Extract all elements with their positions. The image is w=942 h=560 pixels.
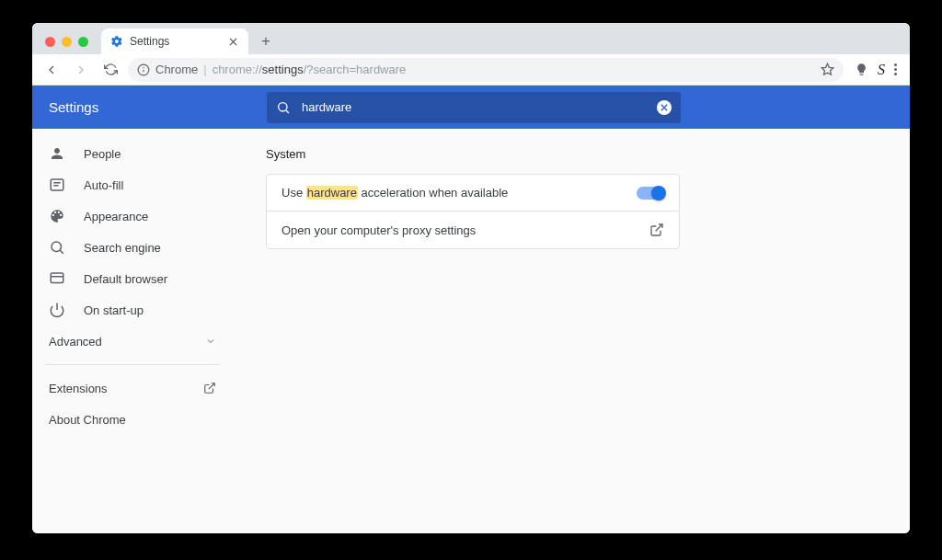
search-icon: [49, 239, 65, 256]
window-controls: [41, 37, 96, 54]
sidebar-advanced-label: Advanced: [49, 335, 102, 349]
hardware-acceleration-toggle[interactable]: [637, 187, 664, 200]
sidebar-divider: [45, 364, 220, 365]
chevron-down-icon: [205, 336, 216, 347]
sidebar-item-appearance[interactable]: Appearance: [45, 200, 220, 232]
svg-point-4: [279, 102, 287, 110]
svg-rect-11: [51, 273, 63, 283]
sidebar-item-on-startup[interactable]: On start-up: [45, 294, 220, 326]
sidebar-item-label: Auto-fill: [84, 178, 123, 192]
url-text: chrome://settings/?search=hardware: [213, 63, 407, 76]
new-tab-button[interactable]: +: [254, 29, 278, 53]
browser-tab[interactable]: Settings: [101, 29, 248, 54]
search-icon: [276, 100, 291, 115]
tab-bar: Settings +: [32, 23, 910, 54]
browser-menu-button[interactable]: [894, 63, 897, 75]
power-icon: [49, 302, 65, 318]
extension-icon[interactable]: [855, 63, 868, 76]
settings-search-box[interactable]: [267, 92, 681, 123]
proxy-settings-row[interactable]: Open your computer's proxy settings: [267, 211, 679, 248]
reload-button[interactable]: [98, 58, 122, 82]
sidebar-item-autofill[interactable]: Auto-fill: [45, 169, 220, 200]
toolbar-right: S: [849, 62, 902, 78]
person-icon: [49, 145, 65, 162]
page-title: Settings: [49, 99, 267, 115]
sidebar-item-label: On start-up: [84, 303, 144, 317]
sidebar-item-search-engine[interactable]: Search engine: [45, 232, 220, 263]
sidebar-item-label: People: [84, 147, 121, 161]
forward-button[interactable]: [69, 58, 93, 82]
svg-line-10: [60, 250, 63, 253]
settings-sidebar: People Auto-fill Appearance Search engin…: [32, 129, 233, 533]
sidebar-about-label: About Chrome: [49, 413, 126, 427]
sidebar-item-people[interactable]: People: [45, 138, 220, 169]
tab-title: Settings: [130, 35, 169, 48]
proxy-settings-label: Open your computer's proxy settings: [281, 223, 476, 237]
palette-icon: [49, 208, 65, 224]
section-title: System: [266, 147, 910, 161]
settings-main: System Use hardware acceleration when av…: [233, 129, 910, 533]
minimize-window-button[interactable]: [62, 37, 72, 47]
sidebar-item-about[interactable]: About Chrome: [45, 404, 220, 435]
sidebar-item-label: Default browser: [84, 272, 167, 286]
sidebar-item-label: Appearance: [84, 210, 148, 223]
site-info-icon[interactable]: [137, 63, 150, 76]
external-link-icon: [649, 223, 664, 237]
sidebar-item-default-browser[interactable]: Default browser: [45, 263, 220, 294]
external-link-icon: [203, 382, 216, 394]
sidebar-item-label: Search engine: [84, 241, 161, 255]
extension-s-icon[interactable]: S: [878, 62, 885, 78]
svg-marker-3: [821, 63, 833, 74]
hardware-acceleration-label: Use hardware acceleration when available: [281, 186, 508, 200]
clear-search-button[interactable]: [657, 100, 672, 115]
maximize-window-button[interactable]: [78, 37, 88, 47]
toggle-knob: [651, 186, 666, 200]
gear-icon: [110, 35, 123, 48]
browser-window: Settings + Chrome | chrome://settings/?s…: [32, 23, 910, 533]
browser-toolbar: Chrome | chrome://settings/?search=hardw…: [32, 54, 910, 86]
bookmark-star-icon[interactable]: [821, 63, 834, 76]
url-scheme-label: Chrome: [155, 63, 198, 76]
sidebar-extensions-label: Extensions: [49, 382, 108, 395]
svg-line-5: [286, 110, 289, 113]
svg-point-9: [52, 242, 62, 252]
settings-header: Settings: [32, 86, 910, 129]
search-input[interactable]: [302, 100, 646, 114]
search-highlight: hardware: [306, 186, 358, 200]
svg-line-14: [209, 383, 214, 389]
address-bar[interactable]: Chrome | chrome://settings/?search=hardw…: [128, 58, 844, 82]
back-button[interactable]: [40, 58, 63, 82]
system-settings-card: Use hardware acceleration when available…: [266, 174, 680, 249]
svg-point-2: [143, 66, 144, 67]
close-window-button[interactable]: [45, 37, 55, 47]
content-area: People Auto-fill Appearance Search engin…: [32, 129, 910, 533]
sidebar-item-extensions[interactable]: Extensions: [45, 372, 220, 404]
close-tab-button[interactable]: [226, 35, 239, 48]
autofill-icon: [49, 177, 65, 193]
browser-icon: [49, 270, 65, 287]
svg-line-15: [656, 224, 662, 231]
sidebar-advanced-toggle[interactable]: Advanced: [45, 326, 220, 357]
hardware-acceleration-row: Use hardware acceleration when available: [267, 175, 679, 211]
